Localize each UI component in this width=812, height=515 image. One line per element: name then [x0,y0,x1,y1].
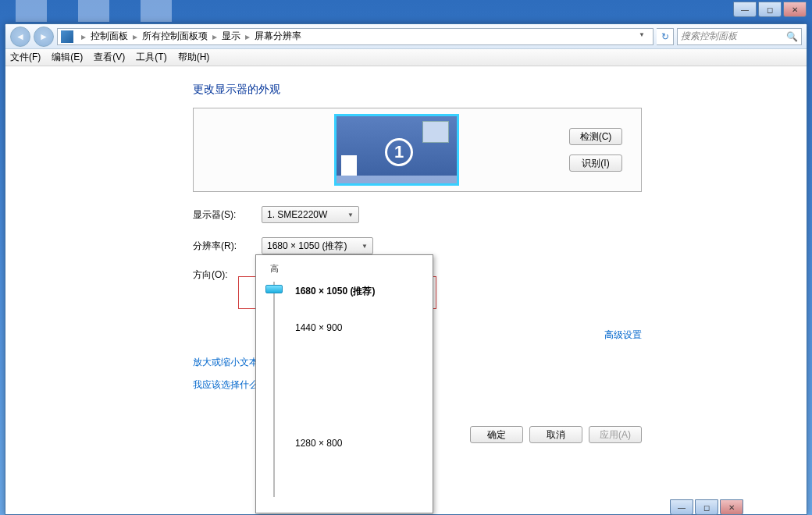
breadcrumb-item[interactable]: 屏幕分辨率 [255,30,301,43]
identify-button[interactable]: 识别(I) [569,154,622,172]
refresh-button[interactable]: ↻ [657,28,674,45]
resolution-value: 1680 × 1050 (推荐) [267,240,347,253]
chevron-down-icon: ▼ [355,243,368,250]
apply-button: 应用(A) [589,426,642,443]
breadcrumb-item[interactable]: 所有控制面板项 [142,30,208,43]
close-button-bg[interactable]: ✕ [720,499,743,515]
desktop-thumb [78,0,109,22]
breadcrumb-item[interactable]: 显示 [222,30,240,43]
chevron-right-icon: ▸ [209,31,220,42]
page-title: 更改显示器的外观 [193,83,775,97]
chevron-down-icon: ▼ [341,211,354,218]
resolution-option-2[interactable]: 1440 × 900 [295,322,342,333]
preview-start-icon [341,155,357,176]
orientation-label: 方向(O): [193,268,262,282]
search-input[interactable]: 搜索控制面板 🔍 [677,28,802,45]
resolution-dropdown[interactable]: 1680 × 1050 (推荐) ▼ [262,237,373,254]
chevron-right-icon: ▸ [242,31,253,42]
resolution-option-3[interactable]: 1280 × 800 [295,438,342,449]
breadcrumb-dropdown[interactable]: ▼ [639,31,650,42]
back-button[interactable]: ◄ [10,27,30,47]
detect-button[interactable]: 检测(C) [569,128,622,145]
search-placeholder: 搜索控制面板 [681,30,737,43]
preview-window-icon [422,121,449,143]
desktop-thumb [141,0,172,22]
menu-file[interactable]: 文件(F) [10,51,41,64]
close-button[interactable]: ✕ [783,2,807,17]
chevron-right-icon: ▸ [78,31,89,42]
resolution-option-1[interactable]: 1680 × 1050 (推荐) [295,285,375,298]
forward-button[interactable]: ► [34,27,54,47]
chevron-right-icon: ▸ [130,31,141,42]
display-value: 1. SME2220W [267,209,327,220]
minimize-button[interactable]: — [733,2,757,17]
nav-bar: ◄ ► ▸ 控制面板 ▸ 所有控制面板项 ▸ 显示 ▸ 屏幕分辨率 ▼ ↻ 搜索… [5,24,807,49]
control-panel-icon [61,30,73,43]
maximize-button-bg[interactable]: ◻ [695,499,718,515]
resolution-slider-popup: 高 1680 × 1050 (推荐) 1440 × 900 1280 × 800 [255,254,433,513]
menu-bar: 文件(F) 编辑(E) 查看(V) 工具(T) 帮助(H) [5,49,807,66]
slider-high-label: 高 [262,263,286,275]
breadcrumb-item[interactable]: 控制面板 [91,30,128,43]
display-dropdown[interactable]: 1. SME2220W ▼ [262,206,359,223]
menu-edit[interactable]: 编辑(E) [52,51,83,64]
desktop-thumb [16,0,47,22]
menu-view[interactable]: 查看(V) [94,51,125,64]
preview-taskbar-icon [337,176,457,183]
monitor-number: 1 [385,138,413,166]
maximize-button[interactable]: ◻ [758,2,782,17]
monitor-preview: 1 检测(C) 识别(I) [193,108,642,192]
minimize-button-bg[interactable]: — [670,499,693,515]
display-label: 显示器(S): [193,208,262,222]
menu-help[interactable]: 帮助(H) [178,51,210,64]
resolution-label: 分辨率(R): [193,240,262,253]
monitor-1[interactable]: 1 [334,114,459,186]
slider-track[interactable] [273,282,275,497]
cancel-button[interactable]: 取消 [529,426,582,443]
breadcrumb[interactable]: ▸ 控制面板 ▸ 所有控制面板项 ▸ 显示 ▸ 屏幕分辨率 ▼ [57,28,654,45]
slider-thumb[interactable] [265,285,283,293]
ok-button[interactable]: 确定 [470,426,523,443]
search-icon: 🔍 [786,31,798,42]
menu-tools[interactable]: 工具(T) [136,51,166,64]
